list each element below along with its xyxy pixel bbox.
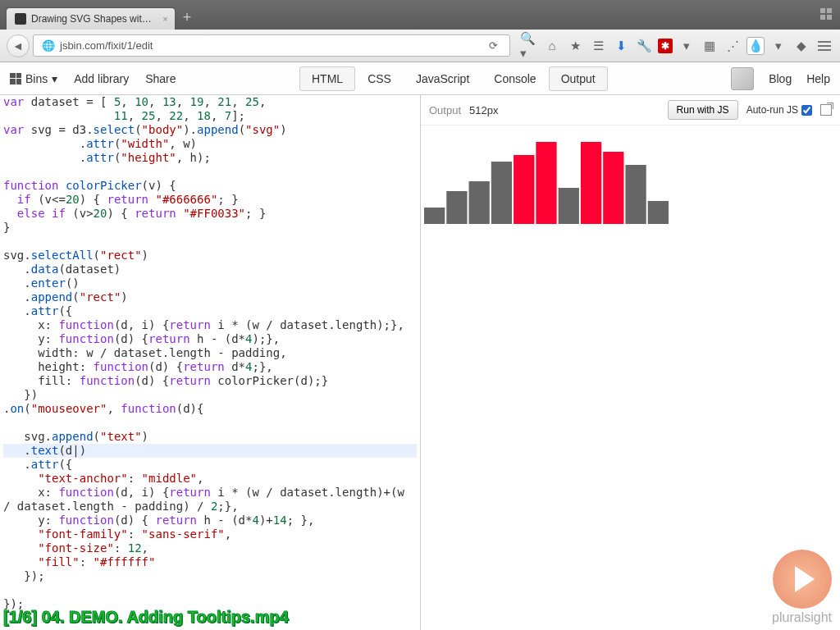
tab-javascript[interactable]: JavaScript bbox=[404, 66, 482, 91]
tab-title: Drawing SVG Shapes wit… bbox=[31, 13, 152, 25]
popout-icon[interactable] bbox=[820, 104, 832, 116]
run-with-js-button[interactable]: Run with JS bbox=[668, 100, 738, 120]
bar-chart bbox=[424, 142, 670, 224]
tab-css[interactable]: CSS bbox=[355, 66, 404, 91]
wrench-icon[interactable]: 🔧 bbox=[635, 37, 653, 55]
blog-link[interactable]: Blog bbox=[769, 72, 792, 85]
bins-icon bbox=[10, 73, 21, 84]
avatar[interactable] bbox=[731, 67, 754, 90]
url-input[interactable]: 🌐 jsbin.com/fixit/1/edit ⟳ bbox=[33, 34, 510, 57]
add-library-link[interactable]: Add library bbox=[74, 72, 129, 85]
extension-icon[interactable]: ✱ bbox=[658, 39, 673, 53]
svg-rect-8 bbox=[603, 152, 623, 224]
download-icon[interactable]: ⬇ bbox=[612, 37, 630, 55]
extension-icon-2[interactable]: ▾ bbox=[678, 37, 696, 55]
svg-rect-7 bbox=[581, 142, 601, 224]
output-label: Output bbox=[429, 104, 461, 116]
video-caption: [1/6] 04. DEMO. Adding Tooltips.mp4 bbox=[3, 608, 289, 627]
browser-extensions: 🔍▾ ⌂ ★ ☰ ⬇ 🔧 ✱ ▾ ▦ ⋰ 💧 ▾ ◆ bbox=[520, 37, 833, 55]
code-editor[interactable]: var dataset = [ 5, 10, 13, 19, 21, 25, 1… bbox=[0, 95, 420, 630]
jsbin-toolbar: Bins ▾ Add library Share HTML CSS JavaSc… bbox=[0, 62, 840, 95]
chart-output bbox=[421, 126, 840, 224]
bins-menu[interactable]: Bins ▾ bbox=[10, 72, 57, 85]
svg-rect-4 bbox=[514, 155, 534, 224]
star-icon[interactable]: ★ bbox=[566, 37, 584, 55]
svg-rect-1 bbox=[446, 191, 467, 224]
home-icon[interactable]: ⌂ bbox=[543, 37, 561, 55]
favicon bbox=[15, 13, 26, 25]
globe-icon: 🌐 bbox=[42, 39, 55, 52]
menu-icon[interactable] bbox=[815, 37, 833, 55]
auto-run-checkbox[interactable] bbox=[801, 105, 812, 116]
close-tab-icon[interactable]: × bbox=[162, 14, 167, 24]
main-area: var dataset = [ 5, 10, 13, 19, 21, 25, 1… bbox=[0, 95, 840, 630]
list-icon[interactable]: ☰ bbox=[589, 37, 607, 55]
extension-icon-3[interactable]: ▾ bbox=[769, 37, 788, 55]
reload-icon[interactable]: ⟳ bbox=[489, 39, 501, 52]
auto-run-toggle[interactable]: Auto-run JS bbox=[746, 104, 812, 116]
output-dimensions: 512px bbox=[469, 104, 498, 116]
settings-icon[interactable]: ◆ bbox=[792, 37, 810, 55]
svg-rect-9 bbox=[625, 165, 646, 224]
svg-rect-2 bbox=[469, 181, 490, 224]
svg-rect-10 bbox=[648, 201, 669, 224]
color-picker-icon[interactable]: 💧 bbox=[746, 37, 765, 55]
svg-rect-3 bbox=[491, 162, 512, 224]
pluralsight-badge: pluralsight bbox=[772, 550, 832, 625]
url-text: jsbin.com/fixit/1/edit bbox=[60, 39, 153, 52]
chevron-down-icon: ▾ bbox=[52, 72, 57, 85]
panel-tabs: HTML CSS JavaScript Console Output bbox=[299, 66, 608, 91]
auto-run-label: Auto-run JS bbox=[746, 104, 798, 116]
output-header: Output 512px Run with JS Auto-run JS bbox=[421, 95, 840, 126]
svg-rect-6 bbox=[559, 188, 579, 224]
browser-tab-active[interactable]: Drawing SVG Shapes wit… × bbox=[7, 8, 175, 30]
rss-icon[interactable]: ⋰ bbox=[724, 37, 742, 55]
help-link[interactable]: Help bbox=[806, 72, 830, 85]
svg-rect-5 bbox=[536, 142, 556, 224]
tab-html[interactable]: HTML bbox=[299, 66, 355, 91]
clipboard-icon[interactable]: ▦ bbox=[701, 37, 719, 55]
tab-console[interactable]: Console bbox=[482, 66, 548, 91]
pluralsight-label: pluralsight bbox=[772, 610, 832, 625]
window-grid-icon[interactable] bbox=[820, 8, 832, 20]
new-tab-button[interactable]: + bbox=[175, 6, 200, 30]
browser-tab-strip: Drawing SVG Shapes wit… × + bbox=[0, 0, 840, 30]
play-icon[interactable] bbox=[773, 550, 832, 609]
svg-rect-0 bbox=[424, 208, 445, 224]
share-link[interactable]: Share bbox=[145, 72, 176, 85]
back-button[interactable]: ◄ bbox=[7, 34, 30, 57]
url-toolbar: ◄ 🌐 jsbin.com/fixit/1/edit ⟳ 🔍▾ ⌂ ★ ☰ ⬇ … bbox=[0, 30, 840, 62]
bins-label: Bins bbox=[25, 72, 48, 85]
tab-output[interactable]: Output bbox=[549, 66, 608, 91]
search-icon[interactable]: 🔍▾ bbox=[520, 37, 538, 55]
